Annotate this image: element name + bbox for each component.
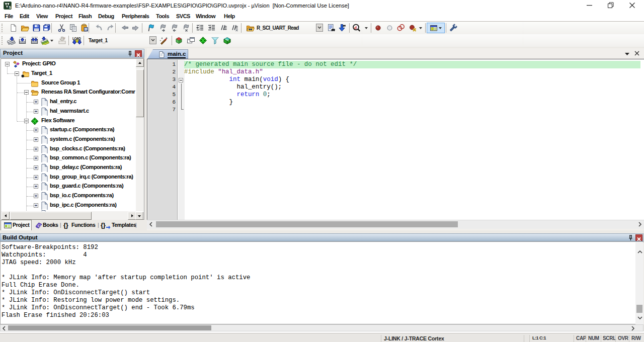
svg-text:d: d (354, 25, 357, 30)
svg-text:?: ? (38, 224, 40, 228)
svg-text:S: S (9, 6, 12, 9)
